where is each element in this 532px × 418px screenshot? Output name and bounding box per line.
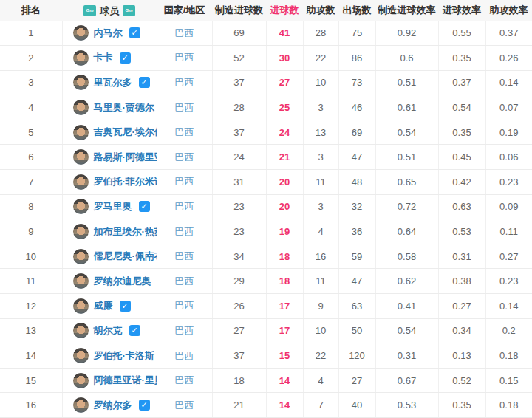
player-avatar [73,397,89,413]
player-avatar [73,149,89,165]
table-row: 7罗伯托·菲尔米诺✓巴西312011480.650.420.23 [0,170,532,195]
goals-created-cell: 18 [212,368,266,393]
rank-cell: 6 [0,145,62,170]
player-checkbox[interactable]: ✓ [129,325,140,336]
player-name-link[interactable]: 马里奥·贾德尔 [94,101,154,114]
table-row: 13胡尔克✓巴西271710500.540.340.2 [0,318,532,343]
player-cell: 内马尔✓ [62,21,157,46]
assist-rate-cell: 0.18 [485,343,532,369]
assists-cell: 3 [303,194,338,219]
country-link[interactable]: 巴西 [175,176,194,187]
player-name-link[interactable]: 罗伯托·卡洛斯 [94,349,154,363]
assist-rate-cell: 0.14 [485,70,532,95]
player-checkbox[interactable]: ✓ [129,27,140,38]
player-name-link[interactable]: 加布里埃尔·热苏斯 [94,225,157,239]
player-name-link[interactable]: 路易斯·阿德里亚诺 [94,151,157,164]
assists-cell: 22 [303,46,338,71]
player-avatar [73,25,89,41]
goal-rate-cell: 0.52 [438,368,485,393]
col-header-goal-rate[interactable]: 进球效率 [438,0,485,21]
col-header-country: 国家/地区 [157,0,212,21]
player-name-link[interactable]: 胡尔克 [94,324,123,338]
country-link[interactable]: 巴西 [175,102,194,113]
player-cell: 罗纳尔多✓ [62,393,157,418]
assist-rate-cell: 0.19 [485,120,532,145]
player-name-link[interactable]: 威廉 [94,299,113,312]
goals-created-cell: 34 [212,244,266,269]
country-link[interactable]: 巴西 [175,374,194,386]
player-checkbox[interactable]: ✓ [120,52,131,64]
player-name-link[interactable]: 吉奥瓦尼·埃尔伯 [94,126,157,139]
player-name-link[interactable]: 罗纳尔迪尼奥 [94,275,151,288]
player-cell: 里瓦尔多✓ [62,70,157,95]
player-name-link[interactable]: 罗伯托·菲尔米诺 [94,175,157,188]
goal-creation-rate-cell: 0.72 [375,194,438,219]
goal-creation-rate-cell: 0.92 [375,21,438,46]
col-header-goals[interactable]: 进球数 [266,0,303,21]
table-row: 11罗纳尔迪尼奥✓巴西291811470.620.380.23 [0,269,532,294]
col-header-goal-creation-rate[interactable]: 制造进球效率 [375,0,438,21]
player-cell: 路易斯·阿德里亚诺✓ [62,145,157,170]
country-cell: 巴西 [157,294,212,319]
country-link[interactable]: 巴西 [175,201,194,212]
country-link[interactable]: 巴西 [175,350,194,361]
rank-cell: 4 [0,95,62,120]
player-name-link[interactable]: 罗纳尔多 [94,399,132,412]
country-link[interactable]: 巴西 [175,27,194,38]
appearances-cell: 27 [338,368,375,393]
player-name-link[interactable]: 卡卡 [94,51,113,64]
table-header-row: 排名 Gm 球员 Gm 国家/地区 制造进球数 进球数 助攻数 出场数 制造进球… [0,0,532,21]
table-row: 5吉奥瓦尼·埃尔伯✓巴西372413690.540.350.19 [0,120,532,145]
player-name-link[interactable]: 阿德里亚诺·里贝罗 [94,374,157,387]
player-name-link[interactable]: 内马尔 [94,27,123,40]
col-header-appearances[interactable]: 出场数 [338,0,375,21]
country-link[interactable]: 巴西 [175,151,194,162]
assists-cell: 4 [303,219,338,244]
country-link[interactable]: 巴西 [175,400,194,411]
col-header-goals-created[interactable]: 制造进球数 [212,0,266,21]
rank-cell: 2 [0,46,62,71]
country-cell: 巴西 [157,194,212,219]
player-cell: 阿德里亚诺·里贝罗✓ [62,368,157,393]
country-link[interactable]: 巴西 [175,77,194,88]
assists-cell: 3 [303,95,338,120]
rank-cell: 7 [0,170,62,195]
col-header-assist-rate[interactable]: 助攻效率 [485,0,532,21]
goal-rate-cell: 0.63 [438,194,485,219]
country-cell: 巴西 [157,95,212,120]
table-row: 9加布里埃尔·热苏斯✓巴西23194360.640.530.11 [0,219,532,244]
goal-creation-rate-cell: 0.54 [375,318,438,343]
country-link[interactable]: 巴西 [175,126,194,137]
goal-rate-cell: 0.35 [438,393,485,418]
goal-rate-cell: 0.42 [438,170,485,195]
appearances-cell: 63 [338,294,375,319]
country-link[interactable]: 巴西 [175,250,194,261]
assist-rate-cell: 0.27 [485,244,532,269]
goal-creation-rate-cell: 0.58 [375,244,438,269]
table-row: 1内马尔✓巴西694128750.920.550.37 [0,21,532,46]
country-link[interactable]: 巴西 [175,52,194,63]
player-checkbox[interactable]: ✓ [139,400,150,411]
player-cell: 罗伯托·卡洛斯✓ [62,343,157,369]
goals-cell: 17 [266,318,303,343]
goals-cell: 17 [266,294,303,319]
player-name-link[interactable]: 罗马里奥 [94,200,132,213]
player-name-link[interactable]: 里瓦尔多 [94,76,132,89]
goal-creation-rate-cell: 0.51 [375,70,438,95]
player-checkbox[interactable]: ✓ [139,77,150,88]
goals-created-cell: 21 [212,393,266,418]
assists-cell: 9 [303,294,338,319]
player-checkbox[interactable]: ✓ [120,301,131,312]
country-link[interactable]: 巴西 [175,325,194,336]
appearances-cell: 46 [338,95,375,120]
goals-cell: 20 [266,194,303,219]
assist-rate-cell: 0.2 [485,318,532,343]
country-link[interactable]: 巴西 [175,275,194,287]
country-link[interactable]: 巴西 [175,226,194,237]
player-checkbox[interactable]: ✓ [139,201,150,212]
appearances-cell: 75 [338,21,375,46]
country-link[interactable]: 巴西 [175,300,194,311]
goal-rate-cell: 0.54 [438,95,485,120]
col-header-assists[interactable]: 助攻数 [303,0,338,21]
player-name-link[interactable]: 儒尼尼奥·佩南布卡诺 [94,250,157,263]
